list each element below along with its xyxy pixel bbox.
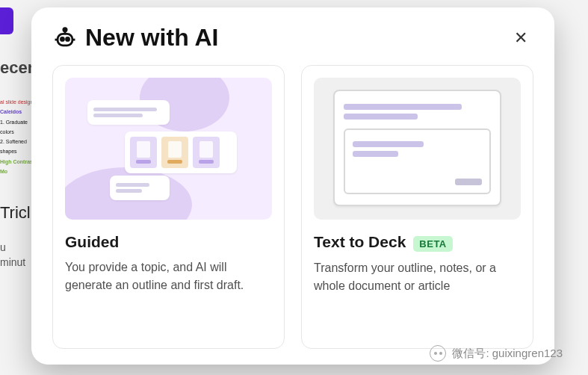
svg-point-3 [61,37,64,40]
guided-card[interactable]: Guided You provide a topic, and AI will … [52,65,285,349]
bg-minute-label: u minut [0,241,25,270]
watermark-text: 微信号: guixingren123 [452,347,563,361]
robot-icon [52,25,78,51]
text-to-deck-card-title: Text to Deck BETA [314,233,521,252]
svg-point-4 [66,37,69,40]
modal-header: New with AI ✕ [52,24,533,52]
card-grid: Guided You provide a topic, and AI will … [52,65,533,349]
bg-accent-badge [0,7,13,34]
guided-card-description: You provide a topic, and AI will generat… [65,258,272,294]
text-to-deck-card-description: Transform your outline, notes, or a whol… [314,259,521,295]
beta-badge: BETA [413,236,452,252]
modal-title-wrap: New with AI [52,24,218,52]
card-title-text: Text to Deck [314,233,406,251]
svg-rect-2 [58,34,72,46]
modal-title: New with AI [85,24,218,52]
guided-card-title: Guided [65,233,272,251]
svg-point-0 [64,28,66,31]
text-to-deck-card[interactable]: Text to Deck BETA Transform your outline… [301,65,533,349]
close-button[interactable]: ✕ [508,25,533,51]
text-to-deck-thumbnail [314,78,521,220]
bg-trick-label: Tricl [0,203,31,223]
watermark: 微信号: guixingren123 [430,345,563,362]
wechat-icon [430,345,446,362]
close-icon: ✕ [514,28,527,48]
new-with-ai-modal: New with AI ✕ Guided You provide a topic… [31,7,554,365]
guided-thumbnail [65,78,272,220]
card-title-text: Guided [65,233,119,251]
